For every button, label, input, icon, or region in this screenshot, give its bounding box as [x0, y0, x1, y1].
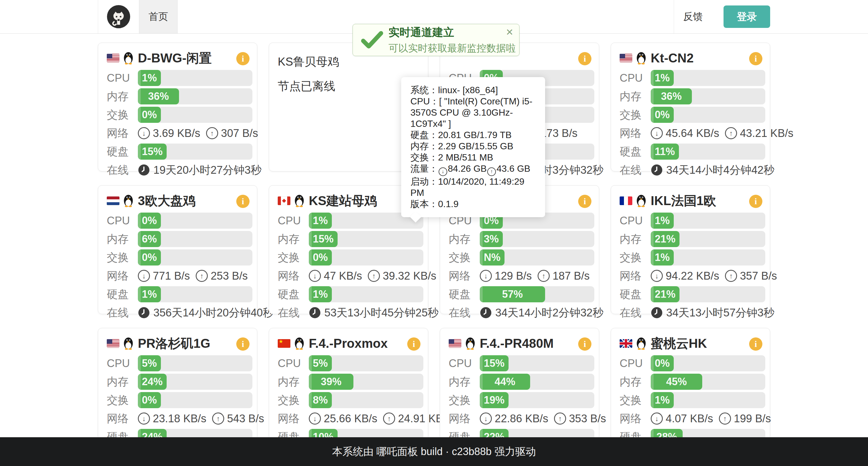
tooltip-boot-line: 启动：10/14/2020, 11:49:29 PM [410, 176, 536, 198]
disk-label: 硬盘 [107, 287, 138, 302]
country-flag-icon [278, 339, 290, 348]
clock-icon [309, 307, 321, 319]
swap-value: 1% [655, 252, 670, 264]
download-speed: 23.18 KB/s [153, 412, 206, 425]
clock-icon [138, 164, 150, 176]
tooltip-cpu-line: CPU：[ "Intel(R) Core(TM) i5-3570S CPU @ … [410, 96, 536, 129]
country-flag-icon [107, 339, 119, 348]
memory-label: 内存 [449, 374, 480, 389]
disk-label: 硬盘 [278, 287, 309, 302]
swap-value: 0% [142, 109, 157, 121]
info-icon[interactable]: i [236, 337, 250, 351]
cpu-value: 1% [142, 72, 157, 84]
country-flag-icon [449, 339, 461, 348]
info-icon[interactable]: i [749, 52, 763, 65]
info-icon[interactable]: i [578, 52, 591, 65]
server-name: F.4.-PR480M [480, 336, 554, 351]
swap-bar: N% [480, 249, 594, 266]
info-icon[interactable]: i [407, 337, 421, 351]
swap-bar: 19% [480, 392, 594, 408]
swap-bar: 1% [651, 249, 765, 266]
server-name: Kt-CN2 [651, 51, 693, 65]
close-icon[interactable]: ✕ [506, 28, 514, 37]
swap-value: 0% [655, 109, 670, 121]
uptime-value: 34天13小时57分钟3秒 [666, 305, 774, 320]
footer-text-suffix: 强力驱动 [494, 445, 536, 459]
upload-arrow-icon: ↑ [554, 412, 566, 425]
download-speed: 3.69 KB/s [153, 127, 200, 139]
linux-os-icon [635, 336, 647, 351]
memory-label: 内存 [107, 89, 138, 104]
memory-label: 内存 [449, 232, 480, 246]
info-icon[interactable]: i [578, 337, 591, 351]
swap-bar: 1% [651, 392, 765, 408]
toast-title: 实时通道建立 [389, 25, 516, 40]
nav-right: 反馈 登录 [674, 0, 770, 33]
uptime-value: 356天14小时20分钟40秒 [153, 305, 274, 320]
cpu-value: 0% [142, 214, 157, 227]
linux-os-icon [122, 193, 134, 208]
cpu-bar: 1% [651, 212, 765, 229]
download-arrow-icon: ↓ [309, 412, 321, 425]
upload-speed: 353 B/s [569, 412, 606, 425]
memory-label: 内存 [620, 89, 651, 104]
server-name: KS建站母鸡 [309, 193, 377, 209]
linux-os-icon [293, 336, 305, 351]
info-icon[interactable]: i [236, 52, 250, 65]
memory-value: 21% [655, 233, 676, 245]
download-arrow-icon: ↓ [138, 412, 150, 425]
disk-value: 57% [502, 288, 523, 300]
server-card: IKL法国1欧 i CPU1% 内存21% 交换1% 网络↓94.22 KB/s… [611, 185, 770, 314]
info-icon[interactable]: i [236, 195, 250, 208]
info-icon[interactable]: i [578, 195, 591, 208]
disk-label: 硬盘 [107, 144, 138, 159]
swap-label: 交换 [278, 393, 309, 408]
country-flag-icon [620, 339, 632, 348]
download-speed: 129 B/s [495, 270, 532, 282]
info-icon[interactable]: i [749, 195, 763, 208]
memory-bar: 3% [480, 231, 594, 247]
cpu-label: CPU [107, 214, 138, 227]
country-flag-icon [278, 197, 290, 205]
disk-value: 1% [313, 288, 328, 300]
network-label: 网络 [107, 411, 138, 426]
download-arrow-icon: ↓ [651, 412, 663, 425]
disk-bar: 11% [651, 143, 765, 160]
tooltip-disk-line: 硬盘：20.81 GB/1.79 TB [410, 129, 536, 141]
linux-os-icon [293, 193, 305, 208]
memory-value: 15% [313, 233, 334, 245]
memory-bar: 44% [480, 374, 594, 390]
server-name: 3欧大盘鸡 [138, 193, 195, 209]
country-flag-icon [620, 54, 632, 62]
tooltip-memory-line: 内存：2.29 GB/15.55 GB [410, 141, 536, 152]
memory-bar: 21% [651, 231, 765, 247]
avatar-logo-icon [106, 5, 131, 29]
tab-home[interactable]: 首页 [139, 0, 178, 33]
footer-panel-link[interactable]: 哪吒面板 build · c23b88b [376, 445, 492, 459]
feedback-link[interactable]: 反馈 [674, 0, 712, 33]
upload-arrow-icon: ↑ [725, 270, 737, 282]
upload-speed: 39.32 KB/s [383, 270, 436, 282]
swap-label: 交换 [278, 250, 309, 265]
swap-value: 0% [142, 394, 157, 406]
swap-label: 交换 [620, 108, 651, 122]
linux-os-icon [635, 51, 647, 66]
swap-value: 19% [484, 394, 504, 406]
info-icon[interactable]: i [749, 337, 763, 351]
swap-bar: 0% [138, 392, 252, 408]
swap-value: 0% [313, 252, 328, 264]
memory-label: 内存 [107, 374, 138, 389]
disk-bar: 57% [480, 286, 594, 302]
disk-bar: 15% [138, 143, 252, 160]
server-card: 3欧大盘鸡 i CPU0% 内存6% 交换0% 网络↓771 B/s↑253 B… [98, 185, 257, 314]
upload-speed: 543 B/s [227, 412, 264, 425]
upload-speed: 173 B/s [540, 127, 578, 139]
memory-bar: 36% [651, 88, 765, 104]
cpu-label: CPU [107, 357, 138, 370]
tooltip-traffic-line: 流量：↓84.26 GB↑43.6 GB [410, 163, 536, 176]
site-logo[interactable] [98, 0, 139, 33]
network-label: 网络 [449, 269, 480, 284]
memory-label: 内存 [107, 232, 138, 246]
cpu-label: CPU [620, 72, 651, 84]
login-button[interactable]: 登录 [723, 5, 770, 28]
